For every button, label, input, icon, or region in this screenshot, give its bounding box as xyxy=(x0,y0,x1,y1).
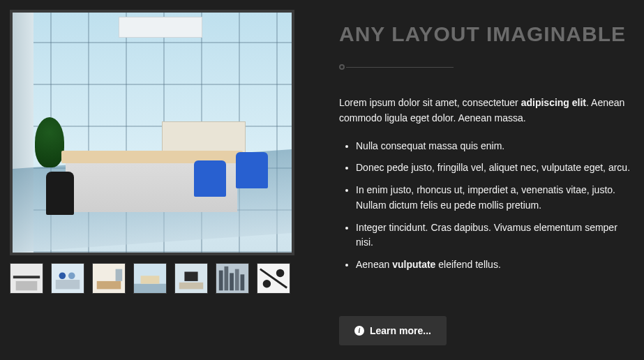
svg-rect-1 xyxy=(13,276,40,278)
thumb-lounge[interactable] xyxy=(92,263,126,294)
thumb-office-bw[interactable] xyxy=(10,263,43,294)
learn-more-label: Learn more... xyxy=(370,325,431,336)
info-icon: i xyxy=(354,326,364,336)
intro-text-bold: adipiscing elit xyxy=(521,97,586,108)
feature-list: Nulla consequat massa quis enim. Donec p… xyxy=(339,139,634,273)
svg-rect-12 xyxy=(141,276,160,283)
gallery-main-image[interactable] xyxy=(10,10,294,255)
list-item: Donec pede justo, fringilla vel, aliquet… xyxy=(356,160,634,176)
svg-point-5 xyxy=(59,272,66,279)
thumb-meeting[interactable] xyxy=(51,263,84,294)
learn-more-button[interactable]: i Learn more... xyxy=(339,316,447,345)
svg-rect-18 xyxy=(224,267,228,290)
thumb-cityscape[interactable] xyxy=(216,263,249,294)
divider xyxy=(339,64,634,70)
list-item: Integer tincidunt. Cras dapibus. Vivamus… xyxy=(356,220,634,250)
svg-rect-19 xyxy=(230,273,234,290)
intro-text-pre: Lorem ipsum dolor sit amet, consectetuer xyxy=(339,97,521,108)
thumb-workstation[interactable] xyxy=(174,263,208,294)
list-item: Aenean vulputate eleifend tellus. xyxy=(356,257,634,273)
svg-rect-20 xyxy=(235,269,239,291)
list-item: Nulla consequat massa quis enim. xyxy=(356,139,634,154)
svg-point-6 xyxy=(68,272,75,279)
svg-rect-8 xyxy=(97,281,121,289)
divider-ring-icon xyxy=(339,64,345,70)
gallery-thumb-strip xyxy=(10,263,300,294)
intro-paragraph: Lorem ipsum dolor sit amet, consectetuer… xyxy=(339,95,634,126)
thumb-blueprint[interactable] xyxy=(257,263,290,294)
svg-rect-21 xyxy=(240,274,244,290)
svg-rect-11 xyxy=(134,284,166,293)
svg-point-23 xyxy=(263,280,271,287)
page-title: ANY LAYOUT IMAGINABLE xyxy=(339,22,634,46)
svg-point-24 xyxy=(276,269,284,277)
svg-rect-4 xyxy=(56,280,80,289)
list-item: In enim justo, rhoncus ut, imperdiet a, … xyxy=(356,183,634,213)
svg-rect-9 xyxy=(116,269,123,281)
svg-rect-15 xyxy=(179,283,203,290)
svg-rect-17 xyxy=(219,271,223,291)
svg-rect-2 xyxy=(16,281,38,290)
svg-rect-14 xyxy=(184,271,197,280)
thumb-open-office[interactable] xyxy=(133,263,167,294)
